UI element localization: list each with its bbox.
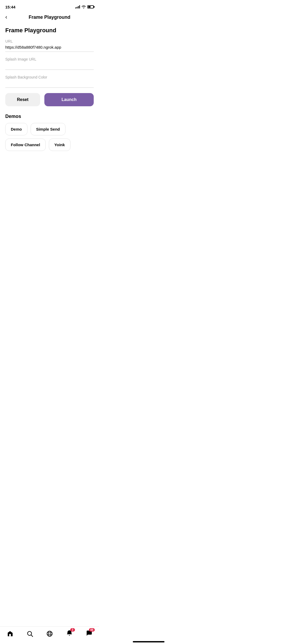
splash-bg-input[interactable] [5,81,94,88]
url-input[interactable] [5,45,94,52]
header: ‹ Frame Playground [0,12,99,24]
status-bar: 15:44 [0,0,99,12]
reset-button[interactable]: Reset [5,93,40,106]
action-buttons: Reset Launch [5,93,94,106]
back-button[interactable]: ‹ [5,14,7,20]
content: Frame Playground URL Splash Image URL Sp… [0,24,99,151]
status-time: 15:44 [5,5,15,9]
signal-icon [75,5,80,8]
demo-chip-demo[interactable]: Demo [5,123,27,135]
battery-icon [87,5,94,8]
url-label: URL [5,39,94,43]
header-title: Frame Playground [29,15,70,20]
splash-bg-label: Splash Background Color [5,75,94,79]
demo-chip-yoink[interactable]: Yoink [49,139,70,151]
demo-chip-follow-channel[interactable]: Follow Channel [5,139,46,151]
launch-button[interactable]: Launch [44,93,94,106]
demos-title: Demos [5,114,94,119]
demo-chip-simple-send[interactable]: Simple Send [31,123,65,135]
url-field-group: URL [5,39,94,52]
page-title: Frame Playground [5,27,94,34]
splash-image-label: Splash Image URL [5,57,94,61]
demos-grid: Demo Simple Send Follow Channel Yoink [5,123,94,151]
status-icons [75,5,94,8]
splash-image-input[interactable] [5,63,94,70]
splash-bg-field-group: Splash Background Color [5,75,94,88]
wifi-icon [82,5,86,8]
splash-image-field-group: Splash Image URL [5,57,94,70]
demos-section: Demos Demo Simple Send Follow Channel Yo… [5,114,94,151]
